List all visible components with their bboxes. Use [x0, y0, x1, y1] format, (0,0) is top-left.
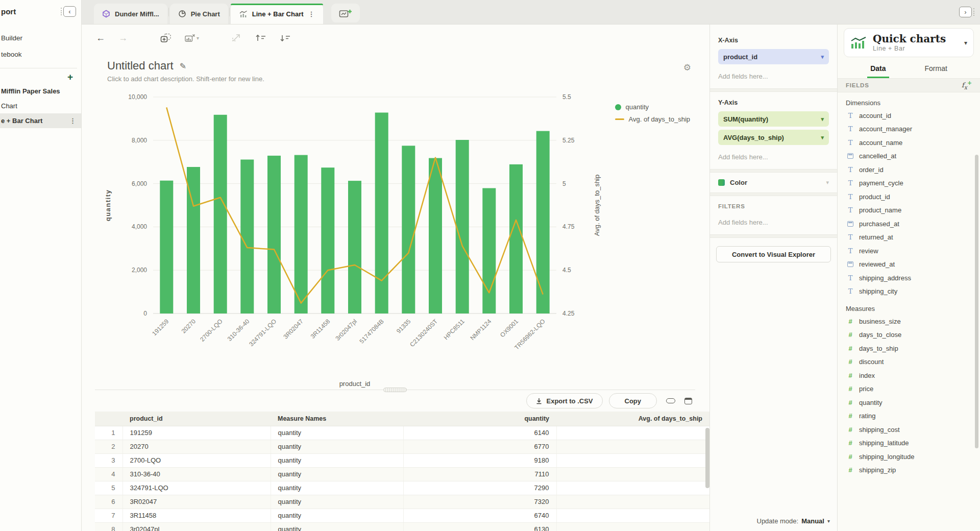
field-item-shipping_latitude[interactable]: #shipping_latitude: [838, 437, 980, 450]
table-row[interactable]: 63R02047quantity7320: [95, 495, 709, 509]
tab-dunder-mifflin[interactable]: Dunder Miffl...: [94, 4, 167, 24]
field-item-days_to_close[interactable]: #days_to_close: [838, 328, 980, 342]
calendar-icon: [847, 153, 853, 159]
field-item-shipping_cost[interactable]: #shipping_cost: [838, 423, 980, 437]
sidebar-item-line-bar-chart[interactable]: e + Bar Chart ⋮: [0, 113, 81, 128]
tab-pie-chart[interactable]: Pie Chart: [170, 4, 228, 24]
x-axis-add-fields[interactable]: Add fields here...: [718, 73, 829, 80]
field-item-account_manager[interactable]: Taccount_manager: [838, 123, 980, 136]
field-item-reviewed_at[interactable]: reviewed_at: [838, 258, 980, 272]
chart-description-placeholder[interactable]: Click to add chart description. Shift-en…: [95, 75, 695, 84]
col-avg-days-to-ship[interactable]: Avg. of days_to_ship: [556, 412, 709, 426]
legend-item-1[interactable]: Avg. of days_to_ship: [615, 115, 690, 123]
move-crosshair-icon[interactable]: [232, 33, 242, 42]
field-item-shipping_longitude[interactable]: #shipping_longitude: [838, 450, 980, 464]
remove-chart-control[interactable]: ▾: [185, 34, 199, 42]
field-item-cancelled_at[interactable]: cancelled_at: [838, 150, 980, 163]
cell-avg-days-to-ship: [556, 453, 709, 467]
color-row[interactable]: Color ▾: [710, 173, 837, 192]
legend-item-0[interactable]: quantity: [615, 103, 690, 111]
chart-settings-gear-icon[interactable]: ⚙: [683, 62, 691, 73]
field-item-account_name[interactable]: Taccount_name: [838, 136, 980, 150]
svg-text:91335: 91335: [395, 318, 412, 335]
col-row-number[interactable]: [95, 412, 122, 426]
col-measure-names[interactable]: Measure Names: [271, 412, 403, 426]
field-item-rating[interactable]: #rating: [838, 409, 980, 423]
field-item-discount[interactable]: #discount: [838, 355, 980, 369]
filters-add-fields[interactable]: Add fields here...: [718, 219, 829, 226]
table-row[interactable]: 5324791-LQOquantity7290: [95, 481, 709, 495]
field-item-returned_at[interactable]: Treturned_at: [838, 231, 980, 245]
x-axis-field-pill[interactable]: product_id ▾: [718, 49, 829, 64]
field-item-product_id[interactable]: Tproduct_id: [838, 190, 980, 204]
y-axis-field-pill-avg-days[interactable]: AVG(days_to_ship) ▾: [718, 130, 829, 145]
resize-handle[interactable]: [383, 388, 407, 392]
tab-data[interactable]: Data: [867, 62, 889, 78]
field-item-purchased_at[interactable]: purchased_at: [838, 217, 980, 231]
field-item-product_name[interactable]: Tproduct_name: [838, 204, 980, 218]
col-quantity[interactable]: quantity: [403, 412, 556, 426]
convert-to-visual-explorer-button[interactable]: Convert to Visual Explorer: [716, 246, 831, 262]
field-item-price[interactable]: #price: [838, 382, 980, 396]
field-item-payment_cycle[interactable]: Tpayment_cycle: [838, 177, 980, 190]
undo-back-icon[interactable]: ←: [96, 33, 105, 42]
y-axis-field-pill-sum-quantity[interactable]: SUM(quantity) ▾: [718, 111, 829, 127]
duplicate-chart-icon[interactable]: [160, 33, 172, 43]
fields-panel: Quick charts Line + Bar ▾ Data Format FI…: [837, 25, 980, 531]
table-scrollbar[interactable]: [705, 428, 709, 488]
fields-scrollbar[interactable]: [975, 155, 978, 448]
quick-charts-header[interactable]: Quick charts Line + Bar ▾: [844, 28, 974, 57]
tab-menu-icon[interactable]: ⋮: [308, 10, 315, 18]
sort-descending-icon[interactable]: [280, 34, 291, 42]
table-row[interactable]: 32700-LQOquantity9180: [95, 453, 709, 467]
add-formula-fx-icon[interactable]: fx+: [962, 80, 972, 91]
legend-label: quantity: [626, 103, 649, 111]
table-row[interactable]: 73R11458quantity6740: [95, 509, 709, 522]
field-item-quantity[interactable]: #quantity: [838, 396, 980, 409]
chevron-down-icon[interactable]: ▾: [964, 39, 967, 46]
minimize-table-icon[interactable]: [666, 398, 675, 403]
sidebar-item-builder[interactable]: Builder: [0, 30, 81, 46]
item-menu-icon[interactable]: ⋮: [69, 113, 76, 128]
field-name: shipping_city: [859, 287, 897, 295]
field-item-days_to_ship[interactable]: #days_to_ship: [838, 342, 980, 355]
tab-format[interactable]: Format: [922, 62, 950, 78]
field-item-review[interactable]: Treview: [838, 244, 980, 258]
field-item-shipping_zip[interactable]: #shipping_zip: [838, 464, 980, 477]
collapse-right-panel-icon[interactable]: ›: [959, 7, 972, 17]
svg-text:3R02047: 3R02047: [282, 318, 305, 341]
new-chart-tab-button[interactable]: [331, 4, 360, 22]
table-row[interactable]: 83r02047plquantity6130: [95, 522, 709, 531]
col-product-id[interactable]: product_id: [122, 412, 271, 426]
edit-title-pencil-icon[interactable]: ✎: [180, 61, 186, 71]
sidebar-item-project[interactable]: Mifflin Paper Sales: [0, 84, 81, 99]
sidebar-item-chart[interactable]: Chart: [0, 99, 81, 113]
sort-ascending-icon[interactable]: [255, 34, 266, 42]
y-axis-add-fields[interactable]: Add fields here...: [718, 153, 829, 161]
redo-forward-icon[interactable]: →: [118, 33, 128, 42]
chart-plot[interactable]: 02,0004,0006,0008,00010,0004.254.54.7555…: [96, 91, 606, 393]
collapse-sidebar-icon[interactable]: ‹: [63, 6, 76, 17]
number-type-icon: #: [847, 453, 854, 461]
update-mode-value[interactable]: Manual: [801, 517, 824, 525]
field-item-order_id[interactable]: Torder_id: [838, 163, 980, 177]
field-item-account_id[interactable]: Taccount_id: [838, 109, 980, 123]
svg-text:0: 0: [143, 310, 147, 317]
field-item-shipping_city[interactable]: Tshipping_city: [838, 285, 980, 299]
text-type-icon: T: [847, 193, 854, 201]
maximize-table-icon[interactable]: [684, 398, 692, 404]
table-row[interactable]: 1191259quantity6140: [95, 426, 709, 440]
field-item-index[interactable]: #index: [838, 369, 980, 382]
table-row[interactable]: 220270quantity6770: [95, 440, 709, 453]
sidebar-divider: [0, 68, 77, 68]
add-chart-button[interactable]: +: [0, 70, 81, 84]
sidebar-item-notebook[interactable]: tebook: [0, 46, 81, 63]
chevron-down-icon[interactable]: ▾: [827, 518, 830, 524]
field-item-business_size[interactable]: #business_size: [838, 315, 980, 328]
export-csv-button[interactable]: Export to .CSV: [526, 393, 602, 408]
table-row[interactable]: 4310-36-40quantity7110: [95, 467, 709, 481]
field-item-shipping_address[interactable]: Tshipping_address: [838, 271, 980, 285]
chart-title[interactable]: Untitled chart: [107, 59, 174, 73]
copy-button[interactable]: Copy: [609, 393, 657, 408]
tab-line-bar-chart[interactable]: Line + Bar Chart ⋮: [231, 4, 323, 24]
